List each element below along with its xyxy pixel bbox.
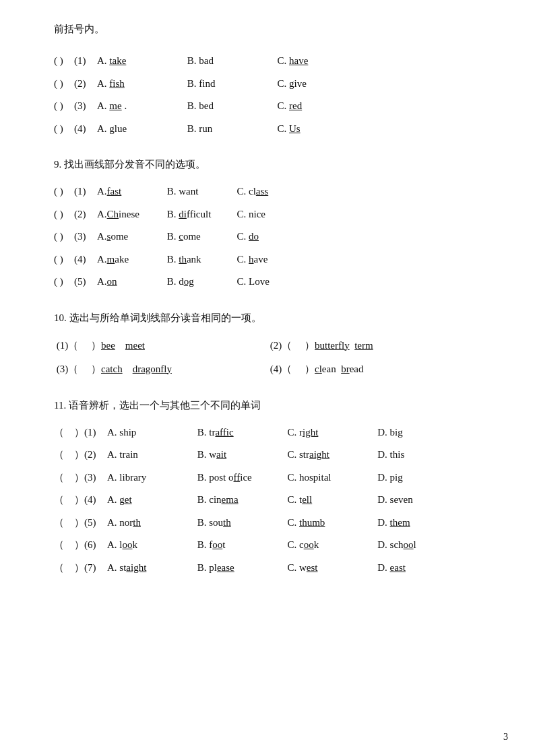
q11-1-content: A. ship B. traffic C. right D. big xyxy=(107,422,481,444)
section-10-group: 10. 选出与所给单词划线部分读音相同的一项。 (1)（ ）bee meet (… xyxy=(54,308,481,380)
q9-2-optB: B. difficult xyxy=(167,204,234,226)
q9-4-optC: C. have xyxy=(237,249,305,271)
q10-row2: (3)（ ）catch dragonfly (4)（ ）clean bread xyxy=(54,358,481,380)
q9-2-optC: C. nice xyxy=(237,204,305,226)
q11-4: （ ） (4) A. get B. cinema C. tell D. seve… xyxy=(54,489,481,511)
q11-7-number: (7) xyxy=(84,557,107,579)
q11-7-optC: C. west xyxy=(288,557,375,579)
q11-6: （ ） (6) A. look B. foot C. cook D. schoo… xyxy=(54,535,481,556)
q8-3-optA: A. me . xyxy=(97,96,185,117)
q11-5-content: A. north B. south C. thumb D. them xyxy=(107,512,481,534)
q8-4-optB: B. run xyxy=(187,118,275,140)
q9-5-content: A.on B. dog C. Love xyxy=(97,271,481,293)
q11-6-optC: C. cook xyxy=(288,535,375,556)
q9-2: ( ) (2) A.Chinese B. difficult C. nice xyxy=(54,204,481,226)
q11-5-optB: B. south xyxy=(197,512,285,534)
q8-3-optB: B. bed xyxy=(187,96,275,117)
q8-1-optA: A. take xyxy=(97,50,185,72)
q9-1-content: A.fast B. want C. class xyxy=(97,181,481,203)
q11-4-optC: C. tell xyxy=(288,489,375,511)
q9-2-content: A.Chinese B. difficult C. nice xyxy=(97,204,481,226)
q11-5-optA: A. north xyxy=(107,512,195,534)
q9-4: ( ) (4) A.make B. thank C. have xyxy=(54,249,481,271)
q11-2-optB: B. wait xyxy=(197,444,285,466)
q11-7-label: （ ） xyxy=(54,557,84,579)
q11-7-content: A. staight B. please C. west D. east xyxy=(107,557,481,579)
q11-1-number: (1) xyxy=(84,422,107,444)
q11-5-optD: D. them xyxy=(377,512,465,534)
q11-2-content: A. train B. wait C. straight D. this xyxy=(107,444,481,466)
q11-7: （ ） (7) A. staight B. please C. west D. … xyxy=(54,557,481,579)
q9-4-optB: B. thank xyxy=(167,249,234,271)
q9-1-number: (1) xyxy=(74,181,97,203)
q11-3-optA: A. library xyxy=(107,467,195,489)
q8-1-optC: C. have xyxy=(278,50,365,72)
q11-6-optD: D. school xyxy=(377,535,465,556)
q11-4-optB: B. cinema xyxy=(197,489,285,511)
q10-1-right: (2)（ ）butterfly term xyxy=(268,335,481,357)
q9-1-optB: B. want xyxy=(167,181,234,203)
q9-5-label: ( ) xyxy=(54,271,74,293)
q9-5-optB: B. dog xyxy=(167,271,234,293)
q8-3-number: (3) xyxy=(74,96,97,117)
q8-4: ( ) (4) A. glue B. run C. Us xyxy=(54,118,481,140)
q11-3-number: (3) xyxy=(84,467,107,489)
q11-4-content: A. get B. cinema C. tell D. seven xyxy=(107,489,481,511)
q11-4-optD: D. seven xyxy=(377,489,465,511)
section-10-title: 10. 选出与所给单词划线部分读音相同的一项。 xyxy=(54,308,481,328)
q9-1-optC: C. class xyxy=(237,181,305,203)
q11-3-optB: B. post office xyxy=(197,467,285,489)
q8-1-number: (1) xyxy=(74,50,97,72)
q9-1-optA: A.fast xyxy=(97,181,164,203)
q8-3-label: ( ) xyxy=(54,96,74,117)
q8-2-optC: C. give xyxy=(278,73,365,95)
q11-1-optA: A. ship xyxy=(107,422,195,444)
q11-6-number: (6) xyxy=(84,535,107,556)
q11-3-label: （ ） xyxy=(54,467,84,489)
q11-5-optC: C. thumb xyxy=(288,512,375,534)
q11-3: （ ） (3) A. library B. post office C. hos… xyxy=(54,467,481,489)
section-11-title: 11. 语音辨析，选出一个与其他三个不同的单词 xyxy=(54,395,481,415)
q9-4-label: ( ) xyxy=(54,249,74,271)
q9-3-content: A.some B. come C. do xyxy=(97,226,481,248)
q8-3-optC: C. red xyxy=(278,96,365,117)
q8-4-number: (4) xyxy=(74,118,97,140)
q11-1-optB: B. traffic xyxy=(197,422,285,444)
q11-3-optC: C. hospital xyxy=(288,467,375,489)
section-9-group: 9. 找出画线部分发音不同的选项。 ( ) (1) A.fast B. want… xyxy=(54,154,481,293)
q9-1: ( ) (1) A.fast B. want C. class xyxy=(54,181,481,203)
q11-6-content: A. look B. foot C. cook D. school xyxy=(107,535,481,556)
q10-2-right: (4)（ ）clean bread xyxy=(268,358,481,380)
q9-4-content: A.make B. thank C. have xyxy=(97,249,481,271)
q11-6-optA: A. look xyxy=(107,535,195,556)
q10-1-left: (1)（ ）bee meet xyxy=(54,335,268,357)
q11-6-optB: B. foot xyxy=(197,535,285,556)
q9-4-optA: A.make xyxy=(97,249,164,271)
q11-4-optA: A. get xyxy=(107,489,195,511)
q8-2: ( ) (2) A. fish B. find C. give xyxy=(54,73,481,95)
section-11-group: 11. 语音辨析，选出一个与其他三个不同的单词 （ ） (1) A. ship … xyxy=(54,395,481,579)
q8-3: ( ) (3) A. me . B. bed C. red xyxy=(54,96,481,117)
q11-2-optC: C. straight xyxy=(288,444,375,466)
q9-3-optA: A.some xyxy=(97,226,164,248)
q9-3-label: ( ) xyxy=(54,226,74,248)
q8-3-content: A. me . B. bed C. red xyxy=(97,96,481,117)
q10-2-left: (3)（ ）catch dragonfly xyxy=(54,358,268,380)
q8-1-content: A. take B. bad C. have xyxy=(97,50,481,72)
q9-3-optC: C. do xyxy=(237,226,305,248)
q8-2-optA: A. fish xyxy=(97,73,185,95)
q8-2-number: (2) xyxy=(74,73,97,95)
q11-1-optC: C. right xyxy=(288,422,375,444)
q9-2-number: (2) xyxy=(74,204,97,226)
q11-2-number: (2) xyxy=(84,444,107,466)
q11-2-label: （ ） xyxy=(54,444,84,466)
q8-2-optB: B. find xyxy=(187,73,275,95)
q11-7-optB: B. please xyxy=(197,557,285,579)
page-number: 3 xyxy=(503,732,508,743)
q8-2-content: A. fish B. find C. give xyxy=(97,73,481,95)
q11-2: （ ） (2) A. train B. wait C. straight D. … xyxy=(54,444,481,466)
q11-5-number: (5) xyxy=(84,512,107,534)
q11-3-optD: D. pig xyxy=(377,467,465,489)
q11-4-number: (4) xyxy=(84,489,107,511)
q11-1-label: （ ） xyxy=(54,422,84,444)
